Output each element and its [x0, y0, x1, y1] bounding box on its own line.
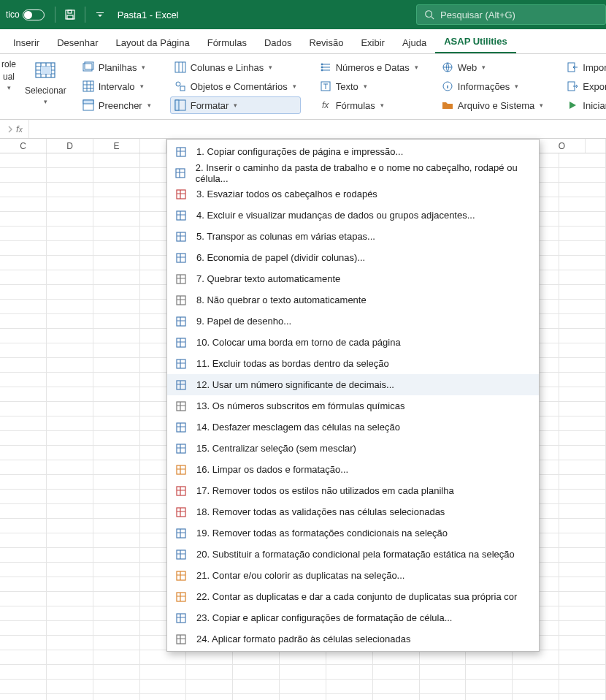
cell[interactable] — [93, 241, 140, 255]
cell[interactable] — [47, 431, 93, 445]
cell[interactable] — [0, 533, 47, 547]
cell[interactable] — [93, 563, 140, 577]
menu-item-21[interactable]: 21. Contar e/ou colorir as duplicatas na… — [167, 565, 539, 586]
menu-item-15[interactable]: 15. Centralizar seleção (sem mesclar) — [167, 438, 539, 459]
cell[interactable] — [0, 680, 47, 693]
menu-item-20[interactable]: 20. Substituir a formatação condicional … — [167, 544, 539, 565]
cell[interactable] — [559, 212, 606, 226]
search-input[interactable]: Pesquisar (Alt+G) — [416, 4, 606, 25]
cell[interactable] — [559, 490, 606, 503]
customize-qat-icon[interactable] — [90, 4, 110, 25]
menu-item-8[interactable]: 8. Não quebrar o texto automaticamente — [167, 289, 539, 311]
cell[interactable] — [0, 519, 47, 533]
menu-item-4[interactable]: 4. Excluir e visualizar mudanças de dado… — [167, 205, 539, 226]
cell[interactable] — [0, 358, 47, 372]
col-header[interactable]: O — [539, 139, 586, 153]
cell[interactable] — [420, 665, 467, 679]
cell[interactable] — [140, 680, 187, 693]
cell[interactable] — [559, 227, 606, 240]
cell[interactable] — [93, 168, 140, 182]
cell[interactable] — [93, 533, 140, 547]
cell[interactable] — [559, 358, 606, 372]
cell[interactable] — [326, 680, 373, 693]
cell[interactable] — [93, 256, 140, 270]
cell[interactable] — [233, 650, 280, 664]
cell[interactable] — [559, 431, 606, 445]
big-button-1[interactable]: role ual ▾ — [0, 57, 18, 118]
cell[interactable] — [0, 431, 47, 445]
cell[interactable] — [559, 153, 606, 167]
cell[interactable] — [93, 314, 140, 328]
cell[interactable] — [47, 285, 93, 299]
col-header[interactable] — [140, 139, 166, 153]
formula-input[interactable] — [28, 120, 606, 138]
cell[interactable] — [466, 665, 513, 679]
cell[interactable] — [0, 256, 47, 270]
importar-button[interactable]: Importar▾ — [562, 58, 606, 76]
menu-item-3[interactable]: 3. Esvaziar todos os cabeçalhos e rodapé… — [167, 183, 539, 205]
cell[interactable] — [559, 285, 606, 299]
cell[interactable] — [0, 314, 47, 328]
cell[interactable] — [0, 694, 47, 700]
cell[interactable] — [0, 563, 47, 577]
cell[interactable] — [47, 153, 93, 167]
cell[interactable] — [140, 665, 187, 679]
cell[interactable] — [93, 592, 140, 606]
formatar-button[interactable]: Formatar▾ — [170, 96, 301, 114]
tab-formulas[interactable]: Fórmulas — [199, 31, 256, 53]
cell[interactable] — [559, 402, 606, 416]
cell[interactable] — [93, 300, 140, 313]
menu-item-5[interactable]: 5. Transpor as colunas em várias etapas.… — [167, 226, 539, 247]
cell[interactable] — [47, 694, 93, 700]
cell[interactable] — [47, 402, 93, 416]
cell[interactable] — [513, 665, 559, 679]
cell[interactable] — [93, 212, 140, 226]
cell[interactable] — [47, 227, 93, 240]
cell[interactable] — [420, 680, 467, 693]
cell[interactable] — [559, 241, 606, 255]
tab-revisao[interactable]: Revisão — [300, 31, 352, 53]
cell[interactable] — [559, 621, 606, 635]
cell[interactable] — [0, 329, 47, 343]
cell[interactable] — [559, 563, 606, 577]
cell[interactable] — [47, 270, 93, 284]
cell[interactable] — [513, 650, 559, 664]
cell[interactable] — [466, 650, 513, 664]
cell[interactable] — [559, 373, 606, 387]
tab-inserir[interactable]: Inserir — [4, 31, 48, 53]
cell[interactable] — [47, 490, 93, 503]
menu-item-23[interactable]: 23. Copiar e aplicar configurações de fo… — [167, 607, 539, 628]
cell[interactable] — [93, 636, 140, 650]
cell[interactable] — [93, 665, 140, 679]
cell[interactable] — [559, 606, 606, 620]
menu-item-2[interactable]: 2. Inserir o caminho da pasta de trabalh… — [167, 162, 539, 183]
cell[interactable] — [47, 460, 93, 474]
cell[interactable] — [186, 694, 233, 700]
save-icon[interactable] — [60, 4, 80, 25]
cell[interactable] — [47, 475, 93, 489]
cell[interactable] — [513, 680, 559, 693]
cell[interactable] — [47, 416, 93, 430]
cell[interactable] — [47, 300, 93, 313]
cell[interactable] — [47, 504, 93, 518]
cell[interactable] — [0, 504, 47, 518]
tab-desenhar[interactable]: Desenhar — [48, 31, 107, 53]
numeros-datas-button[interactable]: Números e Datas▾ — [315, 58, 423, 76]
cell[interactable] — [0, 153, 47, 167]
cell[interactable] — [559, 183, 606, 197]
cell[interactable] — [93, 621, 140, 635]
cell[interactable] — [0, 212, 47, 226]
cell[interactable] — [93, 475, 140, 489]
cell[interactable] — [559, 446, 606, 460]
cell[interactable] — [0, 387, 47, 401]
preencher-button[interactable]: Preencher▾ — [78, 96, 156, 114]
cell[interactable] — [559, 168, 606, 182]
cell[interactable] — [0, 285, 47, 299]
planilhas-button[interactable]: Planilhas▾ — [78, 58, 156, 76]
cell[interactable] — [373, 650, 420, 664]
cell[interactable] — [93, 343, 140, 357]
cell[interactable] — [47, 577, 93, 591]
cell[interactable] — [0, 606, 47, 620]
cell[interactable] — [47, 197, 93, 211]
texto-button[interactable]: Texto▾ — [315, 77, 423, 95]
